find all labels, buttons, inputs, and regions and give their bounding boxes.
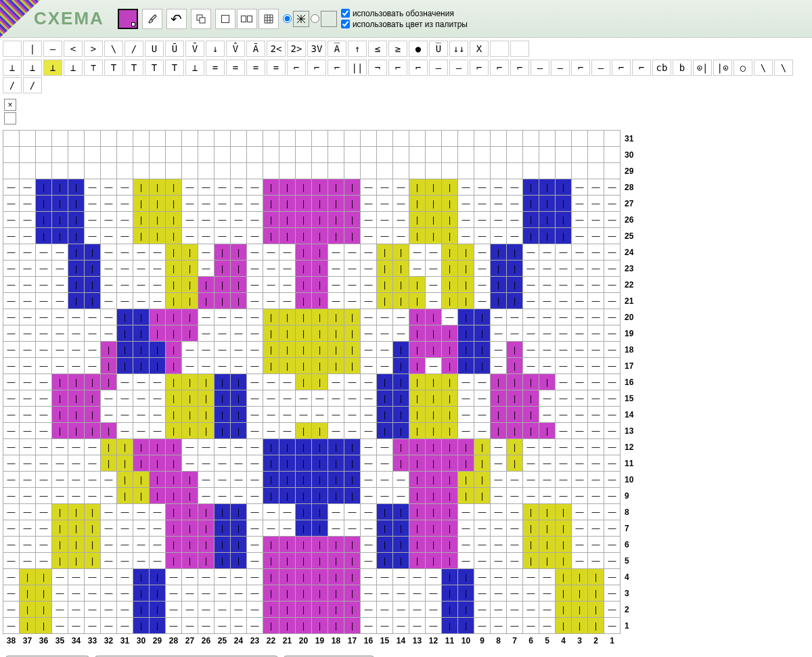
- grid-cell[interactable]: |: [426, 520, 442, 537]
- grid-cell[interactable]: —: [361, 472, 377, 488]
- grid-cell[interactable]: |: [377, 277, 393, 293]
- grid-cell[interactable]: —: [150, 423, 166, 439]
- grid-cell[interactable]: |: [426, 553, 442, 569]
- grid-cell[interactable]: [572, 131, 588, 147]
- grid-cell[interactable]: —: [36, 342, 52, 358]
- grid-cell[interactable]: |: [458, 293, 474, 309]
- grid-cell[interactable]: —: [328, 520, 344, 537]
- grid-cell[interactable]: |: [215, 260, 231, 277]
- grid-cell[interactable]: —: [361, 569, 377, 585]
- grid-cell[interactable]: [409, 147, 426, 163]
- grid-cell[interactable]: —: [377, 569, 393, 585]
- grid-cell[interactable]: |: [312, 228, 328, 244]
- symbol-button[interactable]: =: [226, 60, 245, 76]
- grid-cell[interactable]: |: [491, 293, 507, 309]
- grid-cell[interactable]: —: [344, 504, 361, 520]
- grid-cell[interactable]: —: [377, 358, 393, 374]
- grid-cell[interactable]: |: [117, 325, 133, 342]
- grid-cell[interactable]: —: [442, 309, 458, 325]
- grid-cell[interactable]: |: [393, 423, 409, 439]
- grid-cell[interactable]: [182, 163, 198, 179]
- grid-cell[interactable]: |: [166, 390, 182, 407]
- grid-cell[interactable]: —: [3, 260, 20, 277]
- grid-cell[interactable]: |: [507, 407, 523, 423]
- symbol-button[interactable]: \: [774, 60, 793, 76]
- grid-cell[interactable]: —: [247, 618, 263, 634]
- grid-cell[interactable]: —: [344, 277, 361, 293]
- grid-cell[interactable]: —: [572, 504, 588, 520]
- grid-cell[interactable]: —: [247, 244, 263, 260]
- grid-cell[interactable]: —: [539, 309, 556, 325]
- grid-cell[interactable]: —: [539, 407, 556, 423]
- grid-cell[interactable]: —: [182, 228, 198, 244]
- grid-cell[interactable]: |: [166, 260, 182, 277]
- grid-cell[interactable]: —: [101, 618, 117, 634]
- grid-cell[interactable]: [247, 131, 263, 147]
- grid-cell[interactable]: —: [101, 602, 117, 618]
- grid-cell[interactable]: —: [20, 228, 36, 244]
- grid-cell[interactable]: |: [556, 212, 572, 228]
- grid-cell[interactable]: —: [182, 602, 198, 618]
- grid-cell[interactable]: |: [296, 553, 312, 569]
- grid-cell[interactable]: |: [133, 179, 150, 196]
- grid-cell[interactable]: —: [36, 293, 52, 309]
- grid-cell[interactable]: —: [215, 212, 231, 228]
- grid-cell[interactable]: |: [215, 390, 231, 407]
- grid-cell[interactable]: —: [3, 455, 20, 472]
- grid-cell[interactable]: —: [588, 212, 604, 228]
- symbol-button[interactable]: ⌐: [612, 60, 631, 76]
- symbol-button[interactable]: |⊙: [713, 60, 732, 76]
- grid-cell[interactable]: —: [328, 504, 344, 520]
- grid-cell[interactable]: —: [474, 212, 491, 228]
- grid-cell[interactable]: —: [20, 504, 36, 520]
- grid-cell[interactable]: —: [491, 212, 507, 228]
- grid-cell[interactable]: —: [247, 293, 263, 309]
- symbol-button[interactable]: —: [429, 60, 448, 76]
- symbol-button[interactable]: ●: [409, 41, 428, 57]
- grid-cell[interactable]: [491, 147, 507, 163]
- grid-cell[interactable]: [166, 163, 182, 179]
- grid-cell[interactable]: —: [604, 196, 621, 212]
- grid-cell[interactable]: [20, 163, 36, 179]
- grid-cell[interactable]: —: [247, 439, 263, 455]
- grid-cell[interactable]: —: [101, 293, 117, 309]
- grid-cell[interactable]: —: [133, 260, 150, 277]
- grid-cell[interactable]: |: [198, 504, 215, 520]
- grid-cell[interactable]: |: [166, 374, 182, 390]
- grid-cell[interactable]: —: [296, 390, 312, 407]
- grid-cell[interactable]: |: [474, 325, 491, 342]
- grid-cell[interactable]: —: [361, 455, 377, 472]
- grid-cell[interactable]: —: [458, 520, 474, 537]
- grid-cell[interactable]: |: [263, 488, 279, 504]
- grid-cell[interactable]: |: [491, 423, 507, 439]
- grid-cell[interactable]: |: [182, 407, 198, 423]
- grid-cell[interactable]: |: [150, 309, 166, 325]
- grid-cell[interactable]: |: [133, 602, 150, 618]
- grid-cell[interactable]: [426, 163, 442, 179]
- grid-cell[interactable]: —: [604, 390, 621, 407]
- grid-cell[interactable]: —: [3, 423, 20, 439]
- grid-cell[interactable]: —: [572, 196, 588, 212]
- grid-cell[interactable]: —: [491, 309, 507, 325]
- grid-cell[interactable]: |: [409, 277, 426, 293]
- grid-cell[interactable]: [572, 147, 588, 163]
- grid-cell[interactable]: —: [377, 455, 393, 472]
- grid-cell[interactable]: |: [68, 374, 85, 390]
- grid-cell[interactable]: —: [101, 504, 117, 520]
- grid-cell[interactable]: —: [507, 212, 523, 228]
- grid-cell[interactable]: —: [588, 309, 604, 325]
- grid-cell[interactable]: |: [458, 488, 474, 504]
- grid-cell[interactable]: |: [377, 293, 393, 309]
- grid-cell[interactable]: —: [247, 212, 263, 228]
- grid-cell[interactable]: —: [588, 374, 604, 390]
- grid-cell[interactable]: —: [3, 390, 20, 407]
- grid-cell[interactable]: —: [36, 423, 52, 439]
- grid-cell[interactable]: —: [279, 244, 296, 260]
- grid-cell[interactable]: —: [52, 569, 68, 585]
- grid-cell[interactable]: [539, 163, 556, 179]
- symbol-button[interactable]: >: [84, 41, 103, 57]
- grid-cell[interactable]: |: [133, 325, 150, 342]
- grid-cell[interactable]: —: [247, 585, 263, 602]
- grid-cell[interactable]: |: [150, 488, 166, 504]
- grid-cell[interactable]: [312, 163, 328, 179]
